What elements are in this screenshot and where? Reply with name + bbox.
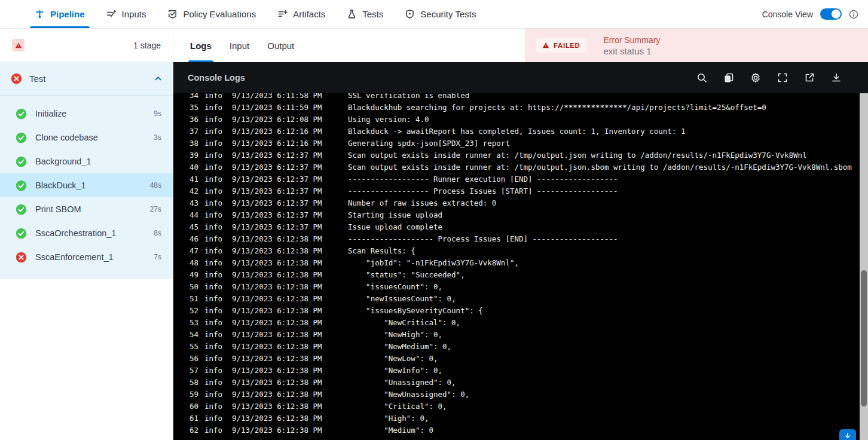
log-line: 40 info 9/13/2023 6:12:37 PM Scan output… (173, 161, 860, 173)
log-message: Blackduck -> awaitReport has completed, … (348, 126, 860, 138)
log-line-number: 34 (184, 93, 198, 102)
log-scrollbar-thumb[interactable] (861, 270, 867, 407)
log-message: Blackduckhub searching for projects at: … (348, 102, 860, 114)
success-check-icon (16, 228, 27, 239)
log-line: 37 info 9/13/2023 6:12:16 PM Blackduck -… (173, 126, 860, 138)
success-check-icon (16, 108, 27, 120)
log-timestamp: 9/13/2023 6:12:38 PM (232, 305, 330, 317)
log-line-number: 57 (184, 365, 198, 377)
log-message: ------------------- Process Issues [END]… (348, 233, 860, 245)
log-scrollbar-track[interactable] (860, 93, 868, 440)
log-level: info (204, 293, 225, 305)
shield-icon (405, 9, 415, 19)
step-row-print-sbom[interactable]: Print SBOM 27s (0, 197, 173, 221)
log-message: Number of raw issues extracted: 0 (348, 197, 860, 209)
log-timestamp: 9/13/2023 6:12:37 PM (232, 149, 330, 161)
pipeline-icon (35, 9, 45, 19)
nav-tab-security-tests[interactable]: Security Tests (405, 0, 476, 28)
log-level: info (204, 197, 225, 209)
log-message: "High": 0, (348, 412, 860, 424)
log-line-number: 42 (184, 185, 198, 197)
step-label: SscaEnforcement_1 (35, 252, 114, 262)
log-timestamp: 9/13/2023 6:12:37 PM (232, 209, 330, 221)
nav-tab-label: Artifacts (293, 9, 325, 19)
scroll-to-bottom-button[interactable] (839, 429, 856, 440)
step-row-sscaorchestration-1[interactable]: SscaOrchestration_1 8s (0, 221, 173, 245)
log-timestamp: 9/13/2023 6:12:37 PM (232, 161, 330, 173)
search-icon[interactable] (696, 72, 707, 83)
step-label: Initialize (35, 109, 66, 118)
success-check-icon (16, 204, 27, 215)
log-timestamp: 9/13/2023 6:11:59 PM (232, 102, 330, 114)
log-level: info (204, 281, 225, 293)
log-timestamp: 9/13/2023 6:12:38 PM (232, 365, 330, 377)
step-row-blackduck-1[interactable]: BlackDuck_1 48s (0, 173, 173, 197)
console-view-toggle[interactable] (820, 8, 842, 20)
log-timestamp: 9/13/2023 6:12:38 PM (232, 401, 330, 412)
log-line: 42 info 9/13/2023 6:12:37 PM -----------… (173, 185, 860, 197)
log-line-number: 41 (184, 173, 198, 185)
log-line-number: 48 (184, 257, 198, 269)
info-icon[interactable] (849, 10, 858, 19)
log-level: info (204, 377, 225, 389)
log-timestamp: 9/13/2023 6:12:38 PM (232, 412, 330, 424)
log-message: "issuesBySeverityCount": { (348, 305, 860, 317)
log-message: Scan output exists inside runner at: /tm… (348, 149, 860, 161)
open-in-new-icon[interactable] (804, 72, 815, 83)
failed-warning-icon (542, 42, 549, 49)
step-row-initialize[interactable]: Initialize 9s (0, 102, 173, 126)
fullscreen-icon[interactable] (777, 72, 788, 83)
log-message: "Unassigned": 0, (348, 377, 860, 389)
console-header: Console Logs (173, 62, 868, 93)
step-row-sscaenforcement-1[interactable]: SscaEnforcement_1 7s (0, 245, 173, 269)
nav-tab-label: Tests (362, 9, 383, 19)
log-timestamp: 9/13/2023 6:12:38 PM (232, 245, 330, 257)
step-duration: 3s (154, 133, 161, 142)
nav-tab-tests[interactable]: Tests (347, 0, 383, 28)
step-duration: 7s (154, 253, 161, 261)
step-row-clone-codebase[interactable]: Clone codebase 3s (0, 126, 173, 149)
tab-input[interactable]: Input (221, 29, 258, 62)
log-level: info (204, 185, 225, 197)
error-summary-texts: Error Summary exit status 1 (604, 35, 661, 56)
log-level: info (204, 149, 225, 161)
log-line: 39 info 9/13/2023 6:12:37 PM Scan output… (173, 149, 860, 161)
success-check-icon (16, 180, 27, 191)
log-message: "issuesCount": 0, (348, 281, 860, 293)
log-timestamp: 9/13/2023 6:12:38 PM (232, 341, 330, 353)
log-timestamp: 9/13/2023 6:12:16 PM (232, 138, 330, 149)
chevron-up-icon[interactable] (154, 74, 163, 83)
log-timestamp: 9/13/2023 6:12:38 PM (232, 269, 330, 281)
log-line: 62 info 9/13/2023 6:12:38 PM "Medium": 0 (173, 424, 860, 436)
log-timestamp: 9/13/2023 6:12:08 PM (232, 114, 330, 126)
sidebar-summary-bar: 1 stage (0, 29, 173, 62)
nav-tab-inputs[interactable]: Inputs (106, 0, 146, 28)
nav-tab-artifacts[interactable]: Artifacts (277, 0, 325, 28)
success-check-icon (16, 132, 27, 143)
settings-gear-icon[interactable] (750, 72, 761, 83)
log-line: 59 info 9/13/2023 6:12:38 PM "NewUnassig… (173, 389, 860, 401)
step-duration: 48s (150, 181, 161, 190)
copy-icon[interactable] (723, 72, 734, 83)
tab-logs[interactable]: Logs (181, 29, 221, 62)
tab-output[interactable]: Output (258, 29, 303, 62)
main-panel: Logs Input Output FAILED Error Summary e… (173, 29, 868, 440)
log-line: 38 info 9/13/2023 6:12:16 PM Generating … (173, 138, 860, 149)
console-toolbar (696, 72, 854, 83)
stage-header-test[interactable]: Test (0, 62, 173, 96)
log-line: 47 info 9/13/2023 6:12:38 PM Scan Result… (173, 245, 860, 257)
log-line-number: 45 (184, 221, 198, 233)
console-log-output: 34 info 9/13/2023 6:11:58 PM SSL verific… (173, 93, 860, 440)
nav-tab-policy-evaluations[interactable]: Policy Evaluations (167, 0, 256, 28)
nav-tab-pipeline[interactable]: Pipeline (35, 0, 85, 28)
log-message: "Medium": 0 (348, 424, 860, 436)
log-line-number: 47 (184, 245, 198, 257)
log-message: "NewHigh": 0, (348, 329, 860, 341)
download-icon[interactable] (831, 72, 842, 83)
step-label: Clone codebase (35, 133, 98, 142)
step-row-background-1[interactable]: Background_1 (0, 149, 173, 173)
log-line-number: 54 (184, 329, 198, 341)
log-level: info (204, 138, 225, 149)
log-line-number: 50 (184, 281, 198, 293)
log-message: "NewCritical": 0, (348, 317, 860, 329)
